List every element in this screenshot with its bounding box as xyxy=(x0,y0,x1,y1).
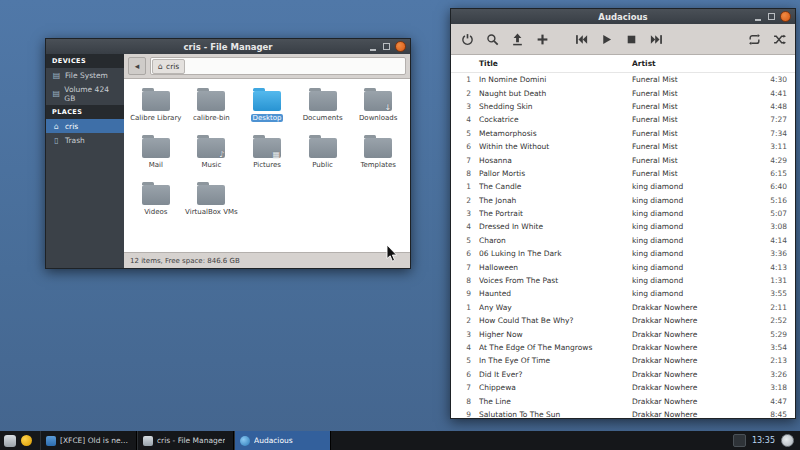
close-button[interactable] xyxy=(780,11,791,22)
folder-icon: ♪ xyxy=(197,138,225,158)
track-time: 4:30 xyxy=(757,75,787,84)
playlist-header[interactable]: Title Artist xyxy=(451,55,795,73)
clock[interactable]: 13:35 xyxy=(752,436,775,445)
folder-mail[interactable]: Mail xyxy=(128,134,184,169)
folder-music[interactable]: ♪Music xyxy=(184,134,240,169)
track-row[interactable]: 7Halloweenking diamond4:13 xyxy=(451,260,795,273)
back-button[interactable]: ◂ xyxy=(128,57,146,75)
previous-button[interactable] xyxy=(573,31,589,47)
tray-indicator-icon[interactable] xyxy=(781,434,794,447)
track-title: The Jonah xyxy=(479,196,632,205)
stop-icon xyxy=(625,33,638,46)
search-button[interactable] xyxy=(484,31,500,47)
minimize-button[interactable] xyxy=(369,42,377,51)
folder-desktop[interactable]: Desktop xyxy=(239,87,295,122)
sidebar-item-cris[interactable]: ⌂cris xyxy=(46,119,124,133)
quit-button[interactable] xyxy=(459,31,475,47)
track-row[interactable]: 6Within the WithoutFuneral Mist3:11 xyxy=(451,140,795,153)
track-time: 6:40 xyxy=(757,182,787,191)
folder-documents[interactable]: Documents xyxy=(295,87,351,122)
close-button[interactable] xyxy=(395,41,406,52)
folder-calibre-bin[interactable]: calibre-bin xyxy=(184,87,240,122)
open-file-button[interactable] xyxy=(509,31,525,47)
track-row[interactable]: 9Hauntedking diamond3:55 xyxy=(451,287,795,300)
sidebar-item-volume-424-gb[interactable]: ▤Volume 424 GB xyxy=(46,82,124,105)
path-button-cris[interactable]: ⌂ cris xyxy=(152,59,185,74)
track-row[interactable]: 5Charonking diamond4:14 xyxy=(451,234,795,247)
file-manager-title: cris - File Manager xyxy=(183,42,272,52)
sidebar-item-label: cris xyxy=(65,122,78,131)
track-num: 8 xyxy=(459,397,471,406)
track-time: 5:07 xyxy=(757,209,787,218)
folder-public[interactable]: Public xyxy=(295,134,351,169)
desktop[interactable]: cris - File Manager DEVICES ▤File System… xyxy=(0,0,800,450)
taskbar-button-xfce-old-is-new-again[interactable]: [XFCE] Old is new again ... xyxy=(40,431,137,450)
stop-button[interactable] xyxy=(623,31,639,47)
track-artist: king diamond xyxy=(632,182,757,191)
maximize-button[interactable] xyxy=(767,12,775,21)
track-artist: Funeral Mist xyxy=(632,156,757,165)
taskbar-button-audacious[interactable]: Audacious xyxy=(234,431,331,450)
track-row[interactable]: 6Did It Ever?Drakkar Nowhere3:26 xyxy=(451,368,795,381)
track-time: 1:31 xyxy=(757,276,787,285)
sidebar-item-file-system[interactable]: ▤File System xyxy=(46,68,124,82)
add-button[interactable] xyxy=(534,31,550,47)
taskbar: [XFCE] Old is new again ...cris - File M… xyxy=(0,431,800,450)
track-row[interactable]: 7ChippewaDrakkar Nowhere3:18 xyxy=(451,381,795,394)
track-row[interactable]: 4CockatriceFuneral Mist7:27 xyxy=(451,113,795,126)
track-row[interactable]: 5MetamorphosisFuneral Mist7:34 xyxy=(451,127,795,140)
tray-audacious-icon[interactable] xyxy=(733,434,746,447)
track-row[interactable]: 5In The Eye Of TimeDrakkar Nowhere2:13 xyxy=(451,354,795,367)
sidebar-item-trash[interactable]: ▯Trash xyxy=(46,133,124,147)
track-row[interactable]: 8The LineDrakkar Nowhere4:47 xyxy=(451,394,795,407)
folder-virtualbox-vms[interactable]: VirtualBox VMs xyxy=(184,181,240,216)
track-time: 2:52 xyxy=(757,316,787,325)
track-row[interactable]: 2The Jonahking diamond5:16 xyxy=(451,194,795,207)
notification-icon[interactable] xyxy=(21,435,32,446)
track-row[interactable]: 3Higher NowDrakkar Nowhere5:29 xyxy=(451,327,795,340)
shuffle-button[interactable] xyxy=(771,31,787,47)
track-row[interactable]: 606 Luking In The Darkking diamond3:36 xyxy=(451,247,795,260)
applications-menu-icon[interactable] xyxy=(4,435,16,447)
taskbar-button-cris-file-manager[interactable]: cris - File Manager xyxy=(137,431,234,450)
folder-calibre-library[interactable]: Calibre Library xyxy=(128,87,184,122)
track-row[interactable]: 3The Portraitking diamond5:07 xyxy=(451,207,795,220)
track-row[interactable]: 4Dressed In Whiteking diamond3:08 xyxy=(451,220,795,233)
track-row[interactable]: 7HosannaFuneral Mist4:29 xyxy=(451,153,795,166)
track-row[interactable]: 2Naught but DeathFuneral Mist4:41 xyxy=(451,86,795,99)
title-column-header[interactable]: Title xyxy=(479,59,632,68)
artist-column-header[interactable]: Artist xyxy=(632,59,757,68)
play-button[interactable] xyxy=(598,31,614,47)
folder-downloads[interactable]: ↓Downloads xyxy=(350,87,406,122)
folder-pictures[interactable]: ▦Pictures xyxy=(239,134,295,169)
minimize-button[interactable] xyxy=(754,12,762,21)
maximize-button[interactable] xyxy=(382,42,390,51)
places-list: ⌂cris▯Trash xyxy=(46,119,124,147)
track-num: 3 xyxy=(459,102,471,111)
track-row[interactable]: 1The Candleking diamond6:40 xyxy=(451,180,795,193)
path-bar[interactable]: ⌂ cris xyxy=(150,57,406,75)
track-row[interactable]: 8Voices From The Pastking diamond1:31 xyxy=(451,274,795,287)
audacious-titlebar[interactable]: Audacious xyxy=(451,9,795,24)
track-row[interactable]: 3Shedding SkinFuneral Mist4:48 xyxy=(451,100,795,113)
window-controls xyxy=(754,9,791,24)
track-artist: Drakkar Nowhere xyxy=(632,343,757,352)
taskbar-button-label: cris - File Manager xyxy=(157,436,225,445)
track-row[interactable]: 2How Could That Be Why?Drakkar Nowhere2:… xyxy=(451,314,795,327)
file-grid[interactable]: Calibre Librarycalibre-binDesktopDocumen… xyxy=(124,79,410,252)
track-title: At The Edge Of The Mangrows xyxy=(479,343,632,352)
track-row[interactable]: 9Salutation To The SunDrakkar Nowhere8:4… xyxy=(451,408,795,418)
file-manager-window: cris - File Manager DEVICES ▤File System… xyxy=(45,38,411,269)
repeat-button[interactable] xyxy=(746,31,762,47)
folder-templates[interactable]: Templates xyxy=(350,134,406,169)
folder-videos[interactable]: Videos xyxy=(128,181,184,216)
track-row[interactable]: 8Pallor MortisFuneral Mist6:15 xyxy=(451,167,795,180)
track-title: Salutation To The Sun xyxy=(479,410,632,418)
track-row[interactable]: 1In Nomine DominiFuneral Mist4:30 xyxy=(451,73,795,86)
file-manager-titlebar[interactable]: cris - File Manager xyxy=(46,39,410,54)
track-row[interactable]: 1Any WayDrakkar Nowhere2:11 xyxy=(451,301,795,314)
next-button[interactable] xyxy=(648,31,664,47)
playlist[interactable]: 1In Nomine DominiFuneral Mist4:302Naught… xyxy=(451,73,795,418)
track-row[interactable]: 4At The Edge Of The MangrowsDrakkar Nowh… xyxy=(451,341,795,354)
track-artist: Drakkar Nowhere xyxy=(632,303,757,312)
